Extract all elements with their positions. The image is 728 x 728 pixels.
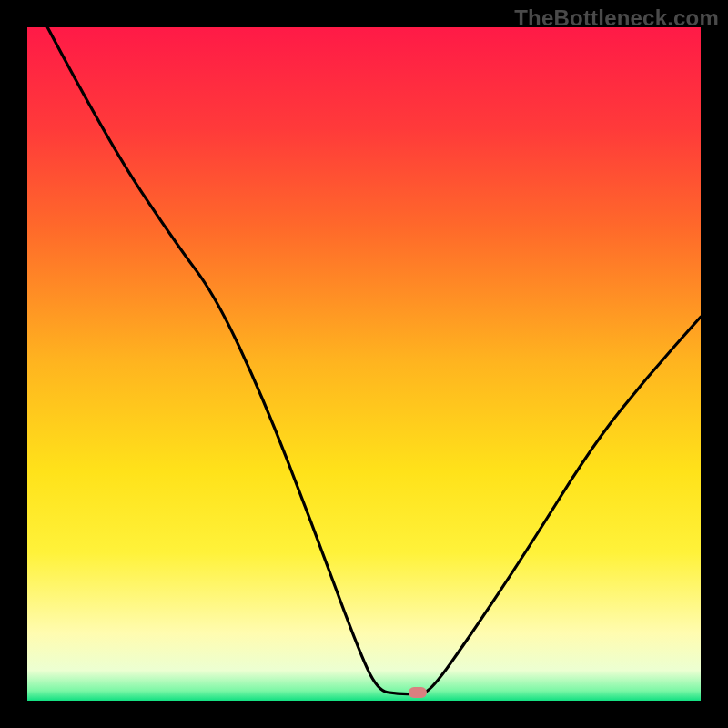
- optimal-point-marker: [409, 687, 427, 698]
- plot-svg: [27, 27, 701, 701]
- gradient-background: [27, 27, 701, 701]
- plot-area: [27, 27, 701, 701]
- chart-frame: TheBottleneck.com: [0, 0, 728, 728]
